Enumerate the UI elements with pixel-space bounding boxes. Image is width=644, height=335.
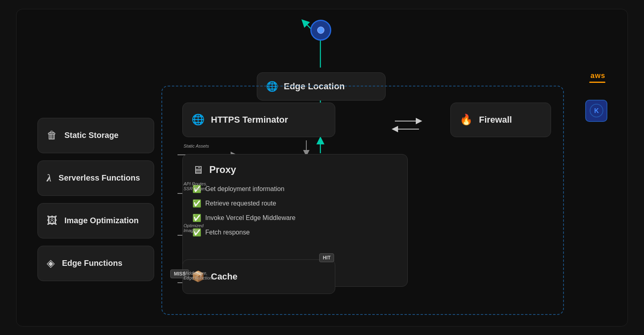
- list-item: ✅ Get deployment information: [192, 185, 398, 193]
- proxy-icon: 🖥: [192, 163, 204, 177]
- image-optimization-box: 🖼 Image Optimization: [37, 203, 154, 238]
- static-storage-box: 🗑 Static Storage: [37, 118, 154, 153]
- check-icon-2: ✅: [192, 199, 201, 208]
- serverless-functions-label: Serverless Functions: [59, 173, 140, 183]
- hit-badge: HIT: [319, 253, 334, 262]
- https-label: HTTPS Terminator: [211, 115, 288, 125]
- edge-functions-icon: ◈: [47, 257, 55, 269]
- lambda-icon: λ: [47, 172, 52, 184]
- diagram-container: 🌐 Edge Location 🌐 HTTPS Terminator 🔥 Fir…: [16, 9, 628, 327]
- aws-logo: aws: [589, 72, 605, 83]
- firewall-label: Firewall: [479, 115, 512, 125]
- svg-text:K: K: [594, 107, 599, 114]
- static-storage-label: Static Storage: [64, 131, 118, 140]
- user-node: [310, 20, 331, 41]
- aws-bar: [589, 82, 605, 83]
- bucket-icon: 🗑: [47, 129, 57, 142]
- optimized-images-label: OptimizedImages: [184, 223, 204, 233]
- edge-functions-box: ◈ Edge Functions: [37, 246, 154, 281]
- https-icon: 🌐: [192, 113, 204, 126]
- cache-label: Cache: [211, 271, 237, 282]
- proxy-label: Proxy: [209, 164, 236, 175]
- firewall-box: 🔥 Firewall: [450, 103, 551, 137]
- image-icon: 🖼: [47, 214, 57, 227]
- static-assets-label: Static Assets: [184, 144, 209, 148]
- aws-text: aws: [590, 72, 605, 80]
- serverless-functions-box: λ Serverless Functions: [37, 160, 154, 196]
- list-item: ✅ Invoke Vercel Edge Middleware: [192, 214, 398, 222]
- middleware-label: Middleware,Edge Functions: [184, 271, 214, 280]
- kubernetes-logo: K: [585, 100, 607, 122]
- firewall-icon: 🔥: [460, 113, 473, 126]
- api-routes-label: API Routes,SSR Pages: [184, 181, 207, 191]
- edge-functions-label: Edge Functions: [62, 259, 122, 268]
- main-dashed-area: 🌐 HTTPS Terminator 🔥 Firewall 🖥 Proxy ✅ …: [161, 86, 564, 315]
- services-panel: 🗑 Static Storage λ Serverless Functions …: [37, 118, 154, 281]
- https-terminator-box: 🌐 HTTPS Terminator: [182, 103, 335, 137]
- list-item: ✅ Retrieve requested route: [192, 199, 398, 208]
- check-icon-3: ✅: [192, 214, 201, 222]
- list-item: ✅ Fetch response: [192, 228, 398, 237]
- image-optimization-label: Image Optimization: [64, 216, 138, 225]
- proxy-list: ✅ Get deployment information ✅ Retrieve …: [192, 185, 398, 237]
